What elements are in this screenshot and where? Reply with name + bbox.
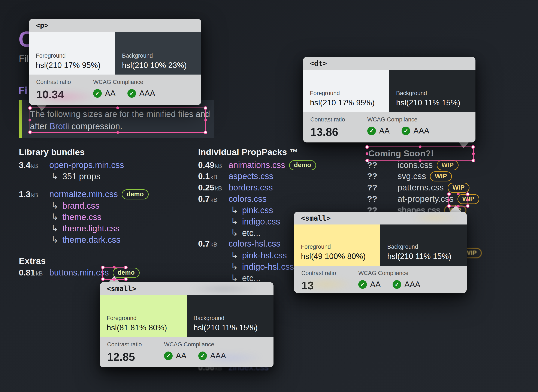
selection-handle[interactable]	[28, 131, 32, 134]
selection-handle[interactable]	[466, 199, 469, 201]
selection-handle[interactable]	[116, 131, 119, 134]
selection-handle[interactable]	[419, 145, 422, 148]
selection-handle[interactable]	[457, 193, 460, 195]
brotli-link[interactable]: Brotli	[50, 121, 69, 131]
list-item: ↳ pink-hsl.css	[231, 250, 287, 261]
element-tag: <small>	[107, 285, 136, 293]
sub-file-link[interactable]: indigo.css	[242, 217, 280, 226]
check-icon: ✓	[198, 351, 207, 360]
wcag-aa-text: AA	[176, 351, 186, 360]
selection-handle[interactable]	[419, 159, 422, 162]
size-value: 0.81	[19, 268, 35, 277]
size-value: 1.3	[19, 190, 30, 199]
file-link[interactable]: normalize.min.css	[49, 189, 118, 199]
swatch-value: hsl(210 11% 15%)	[396, 98, 460, 107]
sub-file-link[interactable]: pink-hsl.css	[242, 251, 287, 260]
foreground-swatch: Foreground hsl(81 81% 80%)	[100, 295, 187, 337]
element-tag: <small>	[301, 214, 331, 222]
selection-handle[interactable]	[365, 159, 369, 162]
table-row: ?? icons.css WIP	[367, 160, 459, 171]
contrast-ratio-value: 13.86	[310, 126, 367, 138]
wcag-aa-text: AA	[370, 280, 380, 289]
sub-file-link[interactable]: theme.css	[62, 212, 101, 222]
selection-handle[interactable]	[204, 106, 207, 110]
selection-handle[interactable]	[466, 192, 469, 196]
selection-handle[interactable]	[28, 106, 32, 110]
file-link[interactable]: aspects.css	[228, 171, 273, 181]
size-unit: kB	[215, 185, 222, 192]
selection-handle[interactable]	[204, 119, 207, 121]
unknown-size: ??	[367, 160, 398, 170]
selection-handle[interactable]	[124, 277, 128, 281]
selection-handle[interactable]	[472, 152, 475, 155]
size-value: 0.7	[198, 194, 210, 204]
size-value: 0.7	[198, 239, 210, 248]
library-title: Library bundles	[19, 147, 85, 157]
card-header: <small>	[294, 212, 467, 224]
selection-handle[interactable]	[365, 145, 369, 149]
swatch-label: Background	[387, 243, 418, 250]
file-link[interactable]: borders.css	[228, 183, 273, 192]
foreground-swatch: Foreground hsl(49 100% 80%)	[294, 224, 380, 266]
selection-handle[interactable]	[447, 192, 451, 196]
page: O File Fi The following sizes are for th…	[0, 0, 538, 392]
selection-handle[interactable]	[366, 152, 368, 155]
wcag-label: WCAG Compliance	[358, 270, 420, 276]
file-link[interactable]: open-props.min.css	[49, 160, 124, 170]
file-size: 0.1kB	[198, 172, 228, 181]
demo-badge[interactable]: demo	[122, 189, 149, 199]
section-heading-partial: Fi	[19, 85, 28, 95]
wcag-aa-text: AA	[379, 126, 390, 135]
wcag-aaa-badge: ✓AAA	[393, 280, 420, 289]
contrast-ratio-block: Contrast ratio 12.85	[107, 337, 164, 367]
selection-handle[interactable]	[466, 204, 469, 208]
list-item: ↳ pink.css	[231, 205, 273, 215]
card-header: <p>	[29, 19, 201, 32]
contrast-ratio-label: Contrast ratio	[301, 270, 358, 276]
contrast-card-p: <p> Foreground hsl(210 17% 95%) Backgrou…	[29, 19, 201, 105]
selection-handle[interactable]	[113, 266, 116, 269]
size-unit: kB	[36, 270, 43, 277]
sub-file-link[interactable]: theme.dark.css	[62, 235, 120, 245]
selection-handle[interactable]	[447, 199, 450, 201]
sub-file-link[interactable]: theme.light.css	[62, 224, 120, 233]
selection-handle[interactable]	[447, 204, 451, 208]
size-value: 3.4	[19, 160, 30, 170]
swatch-value: hsl(210 17% 95%)	[36, 61, 100, 70]
sub-file-link[interactable]: pink.css	[242, 205, 273, 215]
file-link[interactable]: animations.css	[228, 160, 285, 170]
selection-handle[interactable]	[204, 131, 207, 134]
size-value: 0.49	[198, 160, 214, 170]
contrast-ratio-value: 13	[301, 279, 358, 292]
file-link[interactable]: buttons.min.css	[49, 268, 109, 277]
selection-handle[interactable]	[124, 266, 128, 269]
selection-handle[interactable]	[457, 205, 460, 208]
file-link[interactable]: colors-hsl.css	[228, 239, 280, 248]
check-icon: ✓	[393, 280, 401, 289]
contrast-ratio-block: Contrast ratio 13	[301, 266, 358, 293]
selection-handle[interactable]	[471, 145, 475, 149]
table-row: 1.3kB normalize.min.css demo	[19, 189, 149, 200]
wcag-aaa-badge: ✓AAA	[402, 126, 429, 135]
list-item: ↳ indigo.css	[231, 216, 280, 227]
check-icon: ✓	[402, 127, 410, 135]
selection-handle[interactable]	[101, 266, 105, 269]
wcag-block: WCAG Compliance ✓AA ✓AAA	[93, 75, 155, 105]
selection-handle[interactable]	[101, 277, 105, 281]
table-row: ?? patterns.css WIP	[367, 183, 469, 193]
selection-handle[interactable]	[113, 278, 116, 281]
selection-handle[interactable]	[116, 107, 119, 109]
table-row: 0.7kB colors.css	[198, 194, 267, 204]
unknown-size: ??	[367, 183, 398, 192]
selection-handle[interactable]	[28, 119, 31, 121]
card-footer: Contrast ratio 13 WCAG Compliance ✓AA ✓A…	[294, 266, 467, 293]
card-footer: Contrast ratio 13.86 WCAG Compliance ✓AA…	[303, 112, 475, 142]
file-link[interactable]: colors.css	[228, 194, 267, 204]
file-size: 1.3kB	[19, 190, 49, 199]
selection-handle[interactable]	[471, 159, 475, 162]
size-value: 0.25	[198, 183, 214, 192]
sub-file-link[interactable]: indigo-hsl.css	[242, 262, 294, 272]
demo-badge[interactable]: demo	[289, 160, 316, 170]
file-name: icons.css	[398, 160, 433, 170]
sub-file-link[interactable]: brand.css	[62, 201, 99, 210]
